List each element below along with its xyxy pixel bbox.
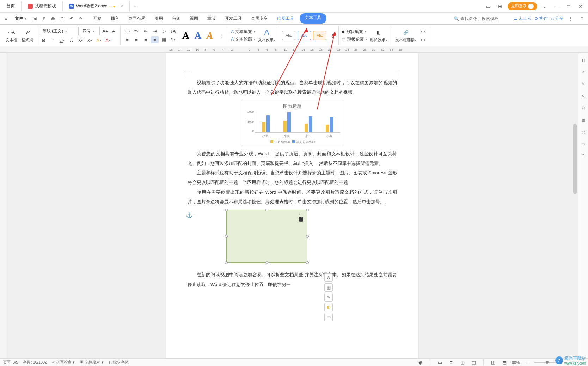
underline-button[interactable]: U▾ xyxy=(58,37,66,44)
edit-shape-button[interactable]: ✎ xyxy=(324,293,333,302)
vertical-scrollbar[interactable] xyxy=(572,53,577,358)
apps-icon[interactable]: ⊞ xyxy=(496,2,505,11)
sp-toggle-icon[interactable]: ◧ xyxy=(580,57,587,64)
paragraph[interactable]: 在新的阅读视图中阅读更加容易。可以折叠文档某些 并关注所需文本。如果在达到结尾处… xyxy=(188,270,397,289)
undo-icon[interactable]: ↶ xyxy=(68,15,75,23)
zoom-out-button[interactable]: − xyxy=(523,359,531,366)
window-close-button[interactable]: ✕ xyxy=(576,2,585,11)
embedded-chart[interactable]: 图表标题 2000 1000 0 小张 小杨 小王 小赵 11月销售额 xyxy=(241,100,343,146)
italic-button[interactable]: I xyxy=(49,37,57,44)
delete-shape-button[interactable]: ⊖ xyxy=(324,273,333,282)
highlight-button[interactable]: A▾ xyxy=(95,37,103,44)
fit-page-icon[interactable]: ⬒ xyxy=(501,359,508,366)
textbox-button[interactable]: ▭A 文本框 xyxy=(4,27,19,43)
sp-edit-icon[interactable]: ✎ xyxy=(580,81,587,88)
print-icon[interactable]: 🖶 xyxy=(49,15,57,23)
strike-button[interactable]: A̵ xyxy=(67,37,75,44)
shape-fill-button[interactable]: 形状填充 xyxy=(346,29,363,35)
paragraph[interactable]: 使用在需要位置出现的新按钮在 Word 中保存时间。若要更改图片适应文档的方式，… xyxy=(188,187,397,207)
distribute-icon[interactable]: ▦ xyxy=(160,36,168,43)
align-left-icon[interactable]: ≡ xyxy=(123,36,131,43)
menutab-review[interactable]: 审阅 xyxy=(169,13,184,24)
superscript-button[interactable]: X² xyxy=(76,37,84,44)
decrease-font-icon[interactable]: A- xyxy=(110,28,118,35)
paragraph[interactable]: 视频提供了功能强大的方法帮助您证明您的观点。当您单击联机视频时，可以在想要添加的… xyxy=(188,78,397,97)
subscript-button[interactable]: X₂ xyxy=(86,37,93,44)
shape-outline-button[interactable]: 形状轮廓 xyxy=(347,36,364,42)
coop-button[interactable]: ⟳ 协作 xyxy=(535,15,548,21)
layout-icon[interactable]: ▭ xyxy=(484,2,493,11)
text-outline-button[interactable]: 文本轮廓 xyxy=(235,36,252,42)
sp-style-icon[interactable]: ✧ xyxy=(580,69,587,76)
scrollbar-thumb[interactable] xyxy=(573,124,577,194)
resize-handle[interactable] xyxy=(265,209,268,211)
next-link-icon[interactable]: ▭ xyxy=(419,36,427,43)
break-link-icon[interactable]: ▭ xyxy=(419,28,427,35)
status-words[interactable]: 字数: 10/1392 xyxy=(23,360,47,365)
status-spell[interactable]: ✔ 拼写检查 ▾ xyxy=(52,360,75,365)
redo-icon[interactable]: ↷ xyxy=(77,15,85,23)
menutab-vip[interactable]: 会员专享 xyxy=(247,13,271,24)
paragraph[interactable]: 为使您的文档具有专业外观，Word｜ 提供了页眉、页脚、封面和文本框设计，这些设… xyxy=(188,149,397,168)
tab-document[interactable]: W Word教程2.docx ○ ● × xyxy=(63,1,130,12)
cloud-status[interactable]: ☁ 未上云 xyxy=(513,15,531,21)
font-size-select[interactable]: 四号 xyxy=(80,27,100,35)
fit-width-icon[interactable]: ◫ xyxy=(489,359,497,366)
menutab-reference[interactable]: 引用 xyxy=(151,13,166,24)
sort-icon[interactable]: ↓A xyxy=(169,28,177,35)
resize-handle[interactable] xyxy=(265,261,268,264)
ribbon-toggle-icon[interactable]: ⌄ xyxy=(540,2,549,11)
menutab-start[interactable]: 开始 xyxy=(90,13,105,24)
paragraph[interactable]: 主题和样式也有助于文档保持协调。当您单击设计并选择新的主题时，图片、图表或 Sm… xyxy=(188,168,397,187)
increase-font-icon[interactable]: A+ xyxy=(101,28,109,35)
fill-shape-button[interactable]: ◐ xyxy=(324,303,333,311)
zoom-level[interactable]: 90% xyxy=(512,360,520,365)
view-web-icon[interactable]: ◫ xyxy=(459,359,466,366)
horizontal-ruler[interactable]: 16 14 12 10 8 6 4 2 2 4 6 8 10 12 14 16 … xyxy=(0,46,588,53)
textbox-content[interactable]: 这里是举例文本内容。 xyxy=(297,213,304,218)
save-icon[interactable]: 🖫 xyxy=(31,15,39,23)
tab-daoke[interactable]: 找稻壳模板 xyxy=(22,1,63,12)
menutab-insert[interactable]: 插入 xyxy=(107,13,123,24)
file-menu[interactable]: 文件 ▾ xyxy=(11,14,30,23)
sp-gallery-icon[interactable]: ▦ xyxy=(580,117,587,124)
window-maximize-button[interactable]: ◻ xyxy=(564,2,573,11)
document-viewport[interactable]: 视频提供了功能强大的方法帮助您证明您的观点。当您单击联机视频时，可以在想要添加的… xyxy=(6,53,578,358)
font-color-button[interactable]: A▾ xyxy=(104,37,112,44)
textbox-link-button[interactable]: 🔗 文本框链接▾ xyxy=(394,27,418,43)
menutab-dev[interactable]: 开发工具 xyxy=(221,13,245,24)
text-style-3[interactable]: A xyxy=(206,30,213,41)
shape-effect-button[interactable]: ◧ 形状效果▾ xyxy=(368,27,388,43)
number-list-icon[interactable]: ≡▾ xyxy=(133,28,140,35)
sp-select-icon[interactable]: ↖ xyxy=(580,93,587,100)
resize-handle[interactable] xyxy=(306,209,309,211)
sp-settings-icon[interactable]: ⚙ xyxy=(580,105,587,112)
align-right-icon[interactable]: ≡ xyxy=(142,36,149,43)
indent-inc-icon[interactable]: ⇥ xyxy=(151,28,159,35)
vertical-ruler[interactable] xyxy=(0,53,6,358)
status-page[interactable]: 页面: 3/5 xyxy=(3,360,18,365)
menutab-texttools[interactable]: 文本工具 xyxy=(300,13,326,24)
collapse-ribbon-icon[interactable]: ⌃ xyxy=(578,15,586,23)
sp-help-icon[interactable]: ? xyxy=(580,153,587,160)
shape-style-more[interactable]: ⋮ xyxy=(329,32,336,39)
status-proof[interactable]: ▣ 文档校对 ▾ xyxy=(80,360,103,365)
more-icon[interactable]: ⋮ xyxy=(567,15,575,23)
text-style-1[interactable]: A xyxy=(182,30,189,41)
align-justify-icon[interactable]: ≡ xyxy=(151,36,159,43)
share-button[interactable]: ⎌ 分享 xyxy=(551,15,563,21)
resize-handle[interactable] xyxy=(306,235,309,238)
new-tab-button[interactable]: + xyxy=(130,3,140,10)
tab-home[interactable]: 首页 xyxy=(0,1,22,12)
bullet-list-icon[interactable]: ≔▾ xyxy=(123,28,131,35)
resize-handle[interactable] xyxy=(306,261,309,264)
indent-dec-icon[interactable]: ⇤ xyxy=(142,28,149,35)
shape-style-1[interactable]: Abc xyxy=(282,31,295,40)
align-center-icon[interactable]: ≡ xyxy=(133,36,140,43)
menutab-drawtools[interactable]: 绘图工具 xyxy=(274,13,298,24)
print-preview-icon[interactable]: 🗋 xyxy=(59,15,66,23)
resize-handle[interactable] xyxy=(225,235,228,238)
format-brush-button[interactable]: 🖌 格式刷 xyxy=(20,27,35,43)
command-search[interactable]: 🔍 xyxy=(454,16,510,21)
selected-textbox-shape[interactable]: ⚓ 这里是举例文本内容。 xyxy=(226,210,307,263)
